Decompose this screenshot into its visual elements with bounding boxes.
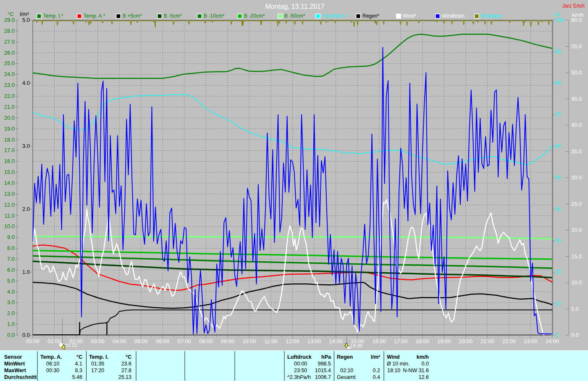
svg-text:5.0: 5.0 [7, 278, 15, 284]
svg-text:0.0: 0.0 [422, 361, 429, 367]
svg-text:50.0: 50.0 [571, 69, 582, 76]
svg-text:5.0: 5.0 [22, 17, 30, 23]
svg-text:N-NW 31.6: N-NW 31.6 [403, 368, 429, 373]
svg-text:40: 40 [555, 206, 561, 212]
svg-text:°C: °C [76, 354, 82, 360]
svg-text:Durchschnitt: Durchschnitt [4, 374, 37, 380]
svg-text:07:00: 07:00 [178, 338, 192, 344]
svg-text:^2.3hPa/h: ^2.3hPa/h [287, 374, 311, 380]
svg-text:2.0: 2.0 [7, 310, 15, 316]
svg-text:19:00: 19:00 [437, 338, 451, 344]
svg-text:l/m²: l/m² [20, 11, 29, 17]
svg-text:24:00: 24:00 [546, 338, 559, 344]
svg-text:23:00: 23:00 [524, 338, 538, 344]
svg-text:MaxWert: MaxWert [4, 368, 26, 373]
svg-text:06:00: 06:00 [156, 338, 170, 344]
svg-text:17:20: 17:20 [91, 368, 104, 373]
svg-text:0: 0 [555, 332, 558, 338]
svg-text:0.0: 0.0 [571, 332, 579, 338]
svg-text:13.0: 13.0 [4, 191, 15, 197]
svg-text:11.0: 11.0 [5, 213, 15, 219]
svg-text:27.0: 27.0 [4, 39, 15, 45]
svg-text:5.46: 5.46 [72, 374, 82, 380]
svg-text:8.0: 8.0 [7, 245, 15, 251]
svg-text:l/m²: l/m² [371, 354, 380, 360]
svg-text:Luftdruck: Luftdruck [287, 354, 312, 360]
svg-text:Regen*: Regen* [362, 13, 379, 19]
svg-text:21.0: 21.0 [4, 104, 15, 110]
svg-text:km/h: km/h [572, 12, 584, 18]
svg-text:18.0: 18.0 [4, 137, 15, 143]
svg-text:Windböen: Windböen [442, 13, 465, 19]
svg-text:1.0: 1.0 [7, 321, 15, 327]
svg-text:14:00: 14:00 [329, 338, 343, 344]
svg-text:km/h: km/h [417, 354, 429, 360]
svg-text:26.0: 26.0 [4, 50, 15, 56]
svg-text:60: 60 [555, 143, 561, 149]
svg-text:Wind: Wind [387, 354, 399, 360]
svg-text:21:00: 21:00 [480, 338, 494, 344]
svg-text:Montag, 13.11.2017: Montag, 13.11.2017 [265, 3, 324, 10]
svg-text:30: 30 [555, 237, 561, 244]
svg-text:29.0: 29.0 [4, 17, 15, 23]
svg-text:Temp. I.*: Temp. I.* [43, 13, 63, 19]
svg-text:4.0: 4.0 [22, 80, 30, 86]
svg-text:55.0: 55.0 [571, 43, 582, 50]
svg-text:90: 90 [555, 48, 561, 55]
svg-text:Gesamt:: Gesamt: [337, 374, 357, 380]
svg-text:24.0: 24.0 [4, 71, 15, 77]
svg-text:23.6: 23.6 [121, 361, 131, 367]
svg-text:2.0: 2.0 [22, 206, 30, 212]
svg-text:Jarz Erich: Jarz Erich [562, 3, 585, 9]
svg-text:28.0: 28.0 [4, 28, 15, 34]
svg-text:hPa: hPa [321, 354, 331, 360]
svg-text:4.0: 4.0 [7, 289, 15, 295]
svg-text:17.0: 17.0 [4, 147, 15, 153]
svg-text:01:22: 01:22 [65, 343, 77, 348]
svg-text:10.0: 10.0 [4, 223, 15, 229]
svg-text:01:00: 01:00 [47, 338, 61, 344]
svg-text:0.2: 0.2 [373, 368, 380, 373]
svg-text:05:00: 05:00 [134, 338, 148, 344]
svg-text:4.1: 4.1 [75, 361, 82, 367]
svg-text:16.0: 16.0 [4, 158, 15, 164]
svg-text:70: 70 [555, 111, 561, 118]
svg-text:13:00: 13:00 [307, 338, 321, 344]
svg-text:14.0: 14.0 [4, 180, 15, 186]
svg-text:06:10: 06:10 [46, 361, 59, 367]
svg-text:00:00: 00:00 [294, 361, 307, 367]
svg-text:7.0: 7.0 [7, 256, 15, 262]
svg-text:30.0: 30.0 [571, 174, 582, 181]
svg-text:Temp. A.*: Temp. A.* [84, 13, 105, 19]
svg-text:100: 100 [555, 17, 564, 23]
svg-text:20:00: 20:00 [459, 338, 473, 344]
svg-text:Temp. I.: Temp. I. [89, 354, 108, 360]
svg-text:80: 80 [555, 80, 561, 86]
svg-text:°C: °C [8, 11, 14, 17]
svg-text:3.0: 3.0 [7, 299, 15, 305]
svg-text:20: 20 [555, 269, 561, 275]
svg-text:B +5cm*: B +5cm* [123, 13, 142, 19]
svg-text:17:00: 17:00 [394, 338, 408, 344]
svg-text:45.0: 45.0 [571, 96, 582, 102]
svg-text:23.0: 23.0 [4, 82, 15, 88]
svg-text:18:10: 18:10 [387, 368, 400, 373]
svg-text:20.0: 20.0 [4, 115, 15, 121]
svg-text:0.0: 0.0 [7, 332, 15, 338]
svg-text:23:50: 23:50 [294, 368, 307, 373]
svg-text:0.4: 0.4 [373, 374, 380, 380]
svg-text:12:00: 12:00 [286, 338, 299, 344]
svg-text:22:00: 22:00 [502, 338, 516, 344]
svg-text:27.8: 27.8 [121, 368, 131, 373]
svg-text:10:00: 10:00 [242, 338, 256, 344]
svg-text:1015.4: 1015.4 [315, 368, 331, 373]
svg-text:998.5: 998.5 [318, 361, 331, 367]
svg-text:B -10cm*: B -10cm* [204, 13, 225, 19]
svg-text:5.0: 5.0 [571, 306, 579, 312]
svg-text:MinWert: MinWert [4, 361, 25, 367]
svg-text:Feuchte A.*: Feuchte A.* [322, 13, 348, 19]
svg-text:22.0: 22.0 [4, 93, 15, 99]
svg-text:14:30: 14:30 [350, 343, 362, 348]
svg-text:1.0: 1.0 [22, 269, 30, 275]
svg-text:9.0: 9.0 [7, 234, 15, 240]
